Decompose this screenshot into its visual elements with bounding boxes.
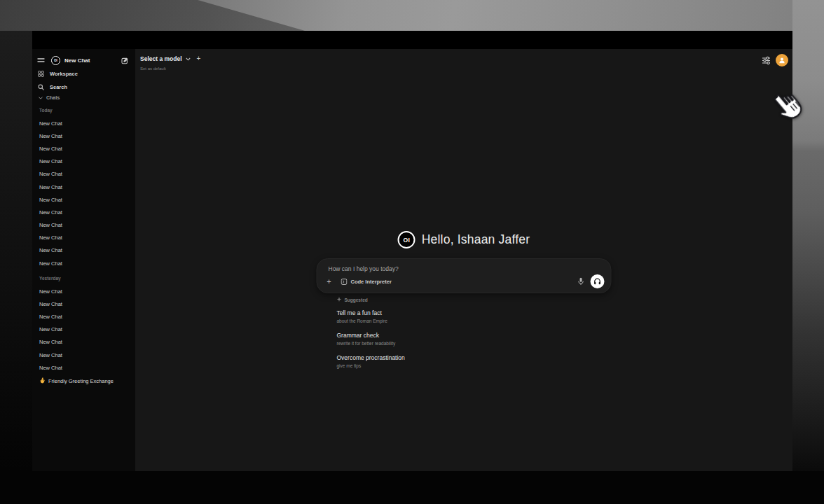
pencil-square-icon[interactable] bbox=[121, 57, 129, 64]
sidebar-item-label: Workspace bbox=[50, 71, 78, 77]
sliders-icon[interactable] bbox=[762, 56, 771, 65]
suggested-prompt[interactable]: Grammar check rewrite it for better read… bbox=[337, 331, 612, 346]
set-as-default-button[interactable]: Set as default bbox=[140, 66, 166, 71]
sidebar-chat-item[interactable]: New Chat bbox=[32, 257, 135, 270]
hamburger-icon[interactable] bbox=[37, 57, 45, 63]
sidebar-chat-item-friendly-greeting[interactable]: Friendly Greeting Exchange bbox=[32, 375, 135, 386]
suggested-prompt[interactable]: Tell me a fun fact about the Roman Empir… bbox=[337, 309, 612, 324]
chat-list-yesterday: New Chat New Chat New Chat New Chat New … bbox=[32, 285, 135, 374]
sidebar-chat-item[interactable]: New Chat bbox=[32, 285, 135, 298]
sidebar-chat-item[interactable]: New Chat bbox=[32, 361, 135, 374]
window-top-strip bbox=[32, 31, 792, 49]
suggested-section: Suggested Tell me a fun fact about the R… bbox=[317, 296, 612, 369]
app-logo-icon: OI bbox=[398, 231, 416, 248]
greeting-text: Hello, Ishaan Jaffer bbox=[422, 232, 530, 247]
sidebar-chat-item[interactable]: New Chat bbox=[32, 310, 135, 323]
chat-item-label: Friendly Greeting Exchange bbox=[48, 378, 114, 384]
greeting-row: OI Hello, Ishaan Jaffer bbox=[317, 230, 612, 249]
composer-toolbar: + Code Interpreter bbox=[325, 274, 605, 288]
magnifier-icon bbox=[38, 84, 44, 90]
sidebar-chat-item[interactable]: New Chat bbox=[32, 219, 135, 232]
chat-list-today: New Chat New Chat New Chat New Chat New … bbox=[32, 117, 135, 270]
chat-group-label: Yesterday bbox=[32, 275, 135, 282]
center-column: OI Hello, Ishaan Jaffer How can I help y… bbox=[317, 230, 612, 376]
model-selector[interactable]: Select a model + bbox=[140, 55, 200, 62]
chevron-down-icon bbox=[186, 57, 191, 61]
sidebar-chat-item[interactable]: New Chat bbox=[32, 349, 135, 361]
suggested-prompt-title: Overcome procrastination bbox=[337, 354, 612, 363]
screen: OI New Chat Workspace bbox=[0, 0, 824, 504]
sidebar-item-workspace[interactable]: Workspace bbox=[32, 67, 135, 80]
sidebar-chats-section-toggle[interactable]: Chats bbox=[39, 95, 60, 100]
model-selector-label: Select a model bbox=[140, 55, 182, 62]
code-interpreter-toggle[interactable]: Code Interpreter bbox=[341, 279, 392, 285]
microphone-icon[interactable] bbox=[578, 277, 584, 286]
app-logo-icon: OI bbox=[51, 56, 60, 65]
suggested-prompt-subtitle: about the Roman Empire bbox=[337, 318, 612, 324]
chat-group-yesterday: Yesterday New Chat New Chat New Chat New… bbox=[32, 275, 135, 374]
sidebar-nav: Workspace Search bbox=[32, 67, 135, 94]
plus-icon[interactable]: + bbox=[325, 277, 334, 286]
sidebar-item-label: Search bbox=[50, 84, 67, 90]
chats-section-label: Chats bbox=[46, 95, 60, 100]
main-area: Select a model + Set as default bbox=[135, 49, 792, 471]
suggested-prompt-title: Grammar check bbox=[337, 331, 612, 340]
sidebar-chat-item[interactable]: New Chat bbox=[32, 155, 135, 168]
suggested-header: Suggested bbox=[337, 296, 612, 303]
suggested-label: Suggested bbox=[345, 298, 368, 302]
sidebar-chat-item[interactable]: New Chat bbox=[32, 181, 135, 193]
header-controls bbox=[762, 54, 788, 66]
grid-icon bbox=[38, 71, 44, 77]
user-silhouette-icon bbox=[778, 57, 785, 64]
sidebar-chat-item[interactable]: New Chat bbox=[32, 206, 135, 218]
desktop-background-top bbox=[0, 0, 824, 31]
sidebar-chat-item[interactable]: New Chat bbox=[32, 142, 135, 155]
suggested-prompt-subtitle: rewrite it for better readability bbox=[337, 340, 612, 346]
suggested-list: Tell me a fun fact about the Roman Empir… bbox=[337, 309, 612, 369]
terminal-icon bbox=[341, 279, 348, 285]
voice-mode-button[interactable] bbox=[591, 274, 605, 288]
app-window: OI New Chat Workspace bbox=[32, 31, 792, 471]
sidebar: OI New Chat Workspace bbox=[32, 49, 135, 471]
desktop-background-left bbox=[0, 31, 32, 471]
wave-hand-icon bbox=[39, 377, 47, 385]
code-interpreter-label: Code Interpreter bbox=[351, 279, 392, 285]
desktop-background-right bbox=[792, 0, 824, 504]
sidebar-title: New Chat bbox=[64, 57, 90, 64]
sidebar-chat-item[interactable]: New Chat bbox=[32, 193, 135, 206]
sidebar-header: OI New Chat bbox=[32, 53, 135, 67]
plus-icon[interactable]: + bbox=[197, 55, 201, 62]
sidebar-chat-item[interactable]: New Chat bbox=[32, 168, 135, 181]
sidebar-chat-item[interactable]: New Chat bbox=[32, 117, 135, 130]
sidebar-chat-item[interactable]: New Chat bbox=[32, 336, 135, 349]
chat-group-label: Today bbox=[32, 107, 135, 114]
chevron-down-icon bbox=[39, 97, 43, 99]
sidebar-chat-item[interactable]: New Chat bbox=[32, 232, 135, 244]
sidebar-item-search[interactable]: Search bbox=[32, 80, 135, 94]
suggested-prompt-title: Tell me a fun fact bbox=[337, 309, 612, 318]
sparkle-icon bbox=[337, 297, 342, 302]
sidebar-chat-item[interactable]: New Chat bbox=[32, 130, 135, 142]
sidebar-chat-item[interactable]: New Chat bbox=[32, 244, 135, 257]
suggested-prompt-subtitle: give me tips bbox=[337, 363, 612, 369]
sidebar-chat-item[interactable]: New Chat bbox=[32, 323, 135, 336]
suggested-prompt[interactable]: Overcome procrastination give me tips bbox=[337, 354, 612, 369]
sidebar-chat-item[interactable]: New Chat bbox=[32, 298, 135, 310]
message-composer[interactable]: How can I help you today? + Code Interpr… bbox=[317, 258, 612, 293]
user-avatar[interactable] bbox=[776, 54, 788, 66]
desktop-background-bottom bbox=[0, 471, 824, 504]
headphones-icon bbox=[593, 277, 602, 286]
composer-placeholder: How can I help you today? bbox=[329, 265, 399, 272]
chat-group-today: Today New Chat New Chat New Chat New Cha… bbox=[32, 107, 135, 270]
